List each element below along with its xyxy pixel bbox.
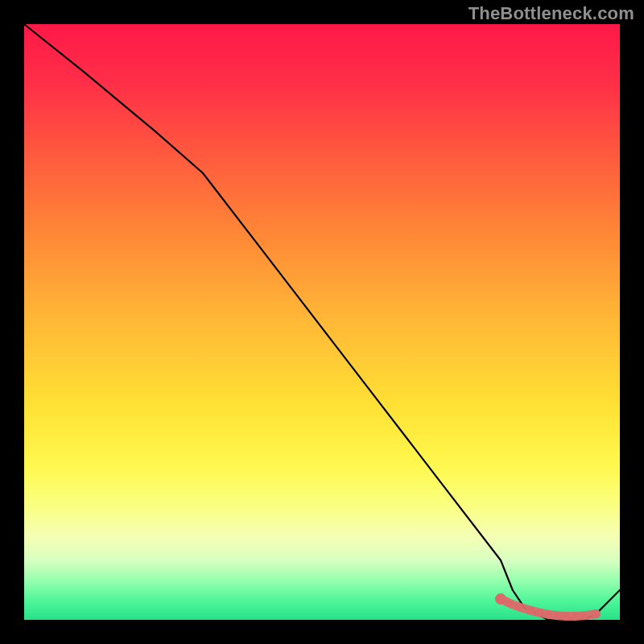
marker-point [544,610,552,618]
chart-stage: TheBottleneck.com [0,0,644,644]
chart-svg [24,24,620,620]
bottleneck-curve [24,24,620,620]
marker-point [506,599,514,607]
highlight-markers [495,593,601,620]
marker-point [580,612,588,620]
marker-point [514,603,522,611]
marker-point [572,613,580,621]
marker-point [553,612,561,620]
watermark-text: TheBottleneck.com [469,3,634,24]
marker-end [592,609,601,618]
marker-point [495,593,506,605]
marker-point [562,613,570,621]
marker-point [526,606,535,614]
marker-point [535,609,543,617]
plot-area [24,24,620,620]
